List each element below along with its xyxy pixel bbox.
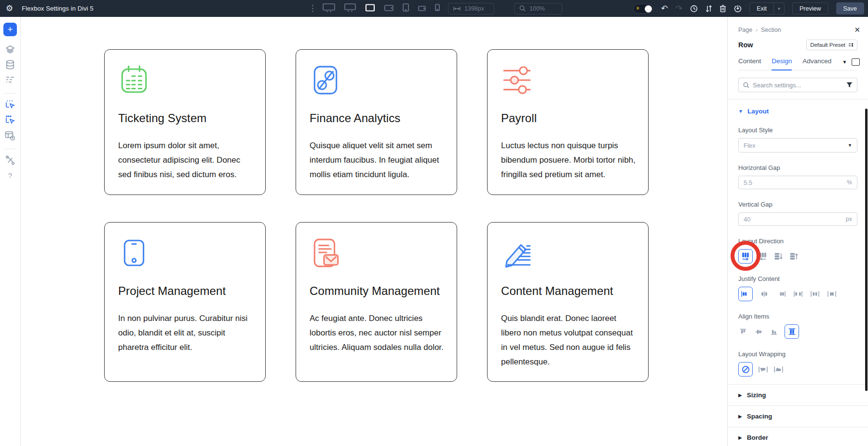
card-finance-analytics[interactable]: Finance Analytics Quisque aliquet velit …	[296, 49, 457, 195]
exit-dropdown-caret[interactable]: ▾	[774, 2, 785, 14]
exit-button[interactable]: Exit	[749, 2, 774, 14]
add-module-button[interactable]: +	[3, 23, 17, 36]
element-title: Row	[738, 41, 753, 49]
chevron-right-icon: ▶	[738, 435, 742, 440]
breadcrumb-section[interactable]: Section	[761, 27, 781, 33]
card-title: Ticketing System	[118, 112, 253, 125]
wireframe-view-icon[interactable]	[5, 75, 15, 85]
top-toolbar: ⚙ Flexbox Settings in Divi 5	[0, 0, 868, 17]
sliders-icon	[501, 64, 533, 96]
zoom-control[interactable]: 100%	[514, 3, 562, 14]
sort-arrows-icon[interactable]	[705, 5, 712, 13]
builder-left-sidebar: + ?	[0, 17, 21, 446]
card-content-management[interactable]: Content Management Quis blandit erat. Do…	[487, 222, 649, 382]
horizontal-gap-unit: %	[847, 179, 852, 186]
canvas-width-input[interactable]: 1398px	[448, 3, 494, 14]
horizontal-gap-input[interactable]	[744, 179, 847, 186]
chevron-down-icon: ▼	[738, 109, 743, 114]
direction-row-reverse-icon[interactable]	[758, 249, 768, 264]
page-title: Flexbox Settings in Divi 5	[22, 5, 94, 12]
tools-icon[interactable]	[5, 155, 15, 166]
page-canvas[interactable]: Ticketing System Lorem ipsum dolor sit a…	[21, 17, 727, 446]
card-body: Lorem ipsum dolor sit amet, consectetur …	[118, 139, 253, 182]
layers-icon[interactable]	[5, 44, 15, 55]
direction-row-icon[interactable]	[738, 249, 753, 264]
wrap-icon[interactable]	[758, 362, 768, 376]
section-spacing[interactable]: ▶ Spacing	[738, 406, 857, 427]
database-icon[interactable]	[5, 59, 15, 70]
portability-icon[interactable]	[734, 5, 742, 13]
device-desktop-large-icon[interactable]	[323, 3, 335, 14]
settings-gear-icon[interactable]: ⚙	[6, 4, 13, 13]
card-title: Project Management	[118, 284, 253, 298]
preview-box-icon[interactable]	[852, 58, 860, 66]
card-title: Payroll	[501, 112, 636, 125]
panel-scrollbar[interactable]	[865, 109, 868, 391]
width-arrows-icon	[453, 6, 461, 11]
layout-style-select[interactable]: Flex ▼	[738, 138, 857, 153]
device-tablet-landscape-icon[interactable]	[384, 4, 393, 13]
card-title: Finance Analytics	[310, 112, 444, 125]
pencil-writing-icon	[501, 237, 533, 269]
hover-mode-icon[interactable]	[5, 115, 15, 125]
border-label: Border	[747, 434, 768, 441]
more-options-icon[interactable]	[311, 5, 314, 12]
device-tablet-portrait-icon[interactable]	[403, 3, 409, 14]
tab-design[interactable]: Design	[772, 57, 792, 70]
default-preset-button[interactable]: Default Preset	[806, 40, 857, 50]
device-desktop-icon[interactable]	[344, 3, 356, 14]
search-input[interactable]	[753, 82, 843, 89]
direction-column-reverse-icon[interactable]	[788, 249, 799, 264]
sidebar-divider	[4, 93, 16, 94]
section-sizing[interactable]: ▶ Sizing	[738, 385, 857, 405]
card-community-management[interactable]: Community Management Ac feugiat ante. Do…	[296, 222, 457, 382]
trash-icon[interactable]	[719, 5, 726, 13]
card-title: Community Management	[310, 284, 444, 298]
preview-button[interactable]: Preview	[792, 2, 828, 14]
card-ticketing-system[interactable]: Ticketing System Lorem ipsum dolor sit a…	[104, 49, 266, 195]
device-phone-portrait-icon[interactable]	[435, 4, 440, 13]
redo-icon[interactable]: ↷	[676, 4, 682, 13]
card-payroll[interactable]: Payroll Luctus lectus non quisque turpis…	[487, 49, 649, 195]
close-icon[interactable]: ✕	[854, 26, 860, 34]
help-icon[interactable]: ?	[8, 171, 12, 180]
zoom-value: 100%	[529, 5, 545, 12]
module-schedule-icon[interactable]	[5, 130, 15, 141]
device-phone-landscape-icon[interactable]	[418, 4, 426, 13]
align-items-options	[738, 324, 857, 339]
filter-funnel-icon[interactable]	[846, 82, 853, 88]
builder-mode-toggle[interactable]: ☀	[633, 4, 653, 14]
tab-advanced[interactable]: Advanced	[802, 57, 831, 70]
align-start-icon[interactable]	[738, 324, 749, 339]
justify-center-icon[interactable]	[759, 287, 770, 301]
justify-space-around-icon[interactable]	[810, 287, 820, 301]
justify-start-icon[interactable]	[738, 287, 753, 301]
click-mode-icon[interactable]	[5, 99, 15, 110]
section-border[interactable]: ▶ Border	[738, 427, 857, 446]
align-stretch-icon[interactable]	[785, 324, 799, 339]
tab-content[interactable]: Content	[738, 57, 761, 70]
save-button[interactable]: Save	[836, 2, 865, 14]
tabs-dropdown-caret[interactable]: ▼	[842, 59, 847, 65]
undo-icon[interactable]: ↶	[661, 4, 668, 13]
justify-content-label: Justify Content	[738, 275, 857, 282]
align-center-icon[interactable]	[754, 324, 764, 339]
wrap-none-icon[interactable]	[738, 362, 753, 376]
card-project-management[interactable]: Project Management In non pulvinar purus…	[104, 222, 266, 382]
breadcrumb-page[interactable]: Page	[738, 27, 752, 33]
section-layout-header[interactable]: ▼ Layout	[738, 108, 857, 115]
wrap-reverse-icon[interactable]	[773, 362, 784, 376]
justify-space-evenly-icon[interactable]	[827, 287, 837, 301]
vertical-gap-input[interactable]	[744, 216, 846, 223]
card-title: Content Management	[501, 284, 636, 298]
justify-space-between-icon[interactable]	[793, 287, 803, 301]
preset-label: Default Preset	[810, 42, 845, 48]
device-laptop-icon-active[interactable]	[365, 4, 375, 14]
history-clock-icon[interactable]	[690, 5, 698, 13]
justify-end-icon[interactable]	[776, 287, 787, 301]
align-end-icon[interactable]	[769, 324, 780, 339]
vertical-gap-unit: px	[846, 216, 852, 223]
direction-column-icon[interactable]	[773, 249, 784, 264]
vertical-gap-field: px	[738, 212, 857, 226]
settings-search	[738, 78, 857, 92]
